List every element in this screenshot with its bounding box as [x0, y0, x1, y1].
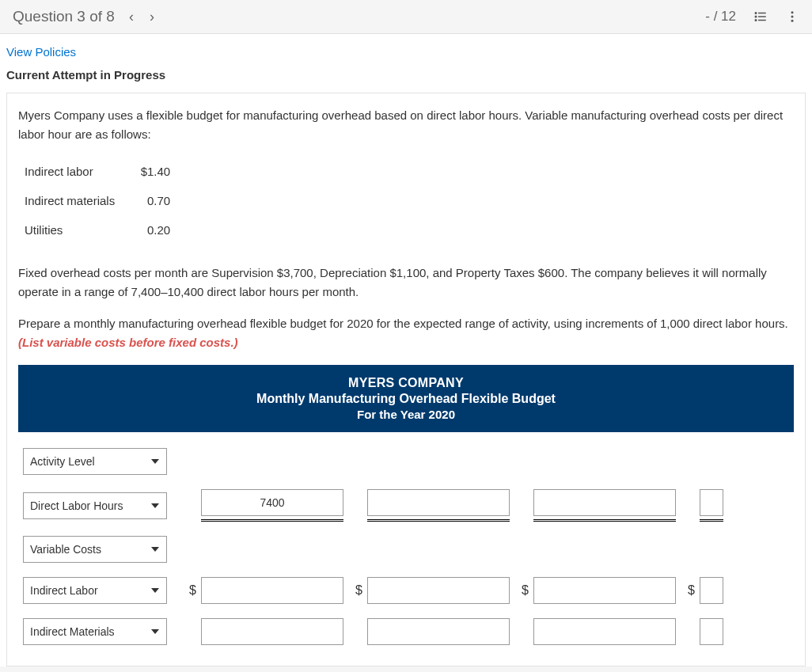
indirect-labor-input-col1[interactable] [201, 577, 343, 604]
svg-point-3 [755, 13, 757, 14]
table-row: Utilities0.20 [21, 215, 186, 245]
cost-label: Utilities [21, 215, 131, 245]
dollar-sign: $ [510, 583, 533, 598]
dollar-sign: $ [676, 583, 700, 598]
svg-point-6 [791, 11, 794, 13]
question-content: Myers Company uses a flexible budget for… [6, 93, 806, 666]
svg-point-5 [755, 20, 757, 21]
intro-paragraph: Myers Company uses a flexible budget for… [18, 106, 794, 144]
budget-banner: MYERS COMPANY Monthly Manufacturing Over… [18, 365, 794, 432]
prev-question-icon[interactable]: ‹ [129, 9, 134, 25]
row-label-select-indirect-labor[interactable]: Indirect Labor [23, 577, 167, 604]
attempt-heading: Current Attempt in Progress [0, 63, 812, 93]
score-display: - / 12 [705, 9, 736, 25]
cost-amount: 0.20 [131, 215, 186, 245]
fixed-costs-paragraph: Fixed overhead costs per month are Super… [18, 264, 794, 302]
dlh-input-col4[interactable] [700, 489, 723, 516]
instruction-text: Prepare a monthly manufacturing overhead… [18, 317, 788, 330]
instruction-note: (List variable costs before fixed costs.… [18, 336, 238, 349]
indirect-materials-input-col4[interactable] [700, 618, 723, 645]
list-icon[interactable] [753, 9, 768, 24]
row-label-select-activity-level[interactable]: Activity Level [23, 448, 167, 475]
table-row: Indirect labor$1.40 [21, 157, 186, 186]
budget-grid: Activity Level Direct Labor Hours Variab… [18, 432, 794, 650]
table-row: Indirect materials0.70 [21, 186, 186, 215]
dlh-input-col3[interactable] [533, 489, 676, 516]
dlh-input-col1[interactable] [201, 489, 343, 516]
banner-title: Monthly Manufacturing Overhead Flexible … [25, 392, 787, 406]
row-label-select-variable-costs[interactable]: Variable Costs [23, 536, 167, 563]
indirect-materials-input-col1[interactable] [201, 618, 343, 645]
variable-cost-table: Indirect labor$1.40 Indirect materials0.… [21, 157, 186, 245]
indirect-labor-input-col4[interactable] [700, 577, 723, 604]
svg-point-4 [755, 16, 757, 17]
cost-amount: 0.70 [131, 186, 186, 215]
indirect-materials-input-col3[interactable] [533, 618, 676, 645]
double-underline [201, 519, 343, 522]
banner-period: For the Year 2020 [25, 408, 787, 421]
question-label: Question 3 of 8 [13, 8, 115, 25]
question-header: Question 3 of 8 ‹ › - / 12 [0, 0, 812, 34]
indirect-labor-input-col2[interactable] [367, 577, 510, 604]
banner-company: MYERS COMPANY [25, 376, 787, 390]
next-question-icon[interactable]: › [150, 9, 154, 25]
dlh-input-col2[interactable] [367, 489, 510, 516]
indirect-materials-input-col2[interactable] [367, 618, 510, 645]
cost-label: Indirect materials [21, 186, 131, 215]
double-underline [367, 519, 510, 522]
row-label-select-indirect-materials[interactable]: Indirect Materials [23, 618, 167, 645]
row-label-select-direct-labor-hours[interactable]: Direct Labor Hours [23, 492, 167, 519]
cost-amount: $1.40 [131, 157, 186, 186]
indirect-labor-input-col3[interactable] [533, 577, 676, 604]
more-options-icon[interactable] [785, 9, 799, 24]
instruction-paragraph: Prepare a monthly manufacturing overhead… [18, 314, 794, 352]
dollar-sign: $ [343, 583, 367, 598]
view-policies-link[interactable]: View Policies [0, 34, 812, 63]
double-underline [533, 519, 676, 522]
double-underline [700, 519, 723, 522]
dollar-sign: $ [177, 583, 201, 598]
svg-point-8 [791, 20, 794, 22]
svg-point-7 [791, 16, 794, 18]
cost-label: Indirect labor [21, 157, 131, 186]
